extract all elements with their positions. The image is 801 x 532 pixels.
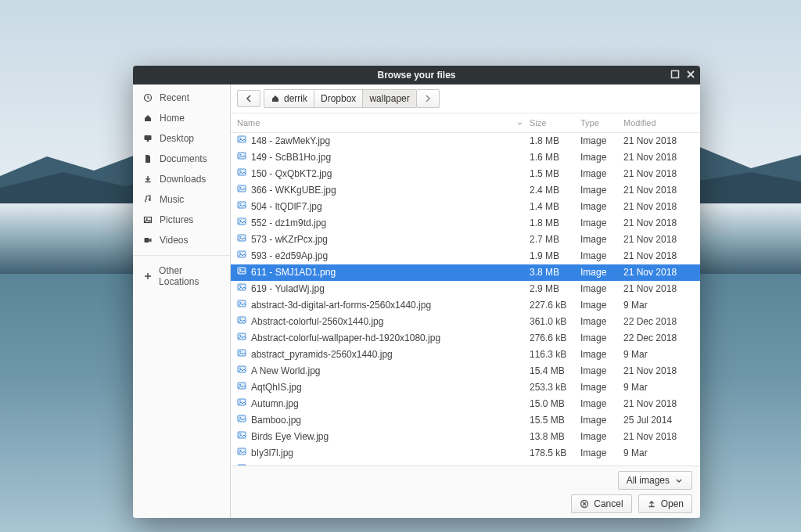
table-row[interactable]: 149 - ScBB1Ho.jpg1.6 MBImage21 Nov 2018 [231, 149, 700, 166]
image-file-icon [237, 315, 251, 329]
table-row[interactable]: 573 - wKZrPcx.jpg2.7 MBImage21 Nov 2018 [231, 232, 700, 248]
file-type: Image [580, 381, 623, 394]
downloads-icon [142, 174, 153, 184]
file-modified: 22 Dec 2018 [623, 332, 694, 345]
file-name: Autumn.jpg [251, 397, 530, 411]
table-row[interactable]: bIy3l7l.jpg178.5 kBImage9 Mar [231, 445, 700, 462]
breadcrumb-label: Dropbox [321, 93, 356, 104]
table-row[interactable]: 611 - SMJ1AD1.png3.8 MBImage21 Nov 2018 [231, 264, 700, 281]
file-type: Image [580, 282, 623, 296]
file-type: Image [580, 167, 623, 181]
close-icon[interactable] [686, 70, 695, 81]
table-row[interactable]: Birds Eye View.jpg13.8 MBImage21 Nov 201… [231, 429, 700, 445]
table-row[interactable]: abstract-3d-digital-art-forms-2560x1440.… [231, 297, 700, 314]
file-size: 2.7 MB [530, 233, 580, 246]
table-row[interactable]: 504 - ltQDlF7.jpg1.4 MBImage21 Nov 2018 [231, 199, 700, 215]
file-type: Image [580, 463, 623, 466]
sidebar-item-documents[interactable]: Documents [133, 149, 230, 169]
sidebar-item-label: Other Locations [159, 265, 221, 287]
svg-point-11 [239, 154, 241, 156]
file-size: 15.5 MB [530, 414, 580, 427]
file-name: Birds Eye View.jpg [251, 430, 530, 444]
sidebar-item-label: Desktop [160, 133, 194, 144]
svg-point-44 [239, 335, 241, 336]
file-size: 1.4 MB [530, 200, 580, 214]
breadcrumb-next[interactable] [416, 89, 440, 108]
table-row[interactable]: Abstract-colorful-wallpaper-hd-1920x1080… [231, 330, 700, 347]
file-size: 1.9 MB [530, 250, 580, 263]
sidebar-item-music[interactable]: Music [133, 189, 230, 210]
sidebar-item-downloads[interactable]: Downloads [133, 169, 230, 189]
file-type: Image [580, 414, 623, 427]
image-file-icon [237, 151, 251, 164]
breadcrumb-segment[interactable]: wallpaper [362, 89, 415, 108]
svg-point-32 [239, 269, 241, 271]
file-size: 1.6 MB [530, 151, 580, 164]
file-size: 227.6 kB [530, 299, 580, 312]
cancel-button[interactable]: Cancel [571, 494, 631, 513]
file-name: abstract_pyramids-2560x1440.jpg [251, 348, 530, 361]
table-row[interactable]: abstract_pyramids-2560x1440.jpg116.3 kBI… [231, 347, 700, 363]
table-row[interactable]: 366 - WKKgUBE.jpg2.4 MBImage21 Nov 2018 [231, 182, 700, 199]
table-row[interactable]: A New World.jpg15.4 MBImage21 Nov 2018 [231, 363, 700, 379]
image-file-icon [237, 414, 251, 427]
table-row[interactable]: AqtQhIS.jpg253.3 kBImage9 Mar [231, 379, 700, 396]
file-name: 148 - 2awMekY.jpg [251, 135, 530, 148]
file-size: 2.4 MB [530, 184, 580, 197]
sidebar-item-recent[interactable]: Recent [133, 88, 230, 108]
file-type: Image [580, 250, 623, 263]
column-modified[interactable]: Modified [623, 118, 694, 128]
column-type[interactable]: Type [580, 118, 623, 128]
sidebar-item-videos[interactable]: Videos [133, 230, 230, 250]
file-modified: 9 Mar [623, 447, 694, 460]
file-modified: 21 Nov 2018 [623, 135, 694, 148]
image-file-icon [237, 200, 251, 214]
file-filter-dropdown[interactable]: All images [618, 471, 692, 490]
file-size: 116.3 kB [530, 348, 580, 361]
table-row[interactable]: 552 - dz1m9td.jpg1.8 MBImage21 Nov 2018 [231, 215, 700, 232]
sidebar-item-label: Videos [160, 235, 188, 246]
maximize-icon[interactable] [670, 70, 680, 81]
file-name: AqtQhIS.jpg [251, 381, 530, 394]
back-button[interactable] [237, 90, 260, 107]
file-modified: 21 Nov 2018 [623, 250, 694, 263]
chevron-right-icon [423, 94, 433, 103]
table-row[interactable]: Abstract-colorful-2560x1440.jpg361.0 kBI… [231, 314, 700, 330]
table-row[interactable]: 619 - YuladWj.jpg2.9 MBImage21 Nov 2018 [231, 281, 700, 297]
column-name-label: Name [237, 118, 260, 128]
column-headers: Name Size Type Modified [231, 113, 700, 133]
file-type: Image [580, 200, 623, 214]
column-size[interactable]: Size [530, 118, 580, 128]
table-row[interactable]: 593 - e2d59Ap.jpg1.9 MBImage21 Nov 2018 [231, 248, 700, 264]
sidebar-item-label: Recent [160, 92, 189, 103]
sidebar-item-pictures[interactable]: Pictures [133, 210, 230, 230]
file-modified: 9 Mar [623, 381, 694, 394]
table-row[interactable]: Autumn.jpg15.0 MBImage21 Nov 2018 [231, 396, 700, 412]
sidebar-item-home[interactable]: Home [133, 108, 230, 128]
svg-rect-5 [145, 238, 149, 243]
file-list[interactable]: 148 - 2awMekY.jpg1.8 MBImage21 Nov 20181… [231, 133, 700, 466]
image-file-icon [237, 167, 251, 181]
file-size: 13.8 MB [530, 430, 580, 444]
table-row[interactable]: 148 - 2awMekY.jpg1.8 MBImage21 Nov 2018 [231, 133, 700, 149]
file-size: 15.4 MB [530, 365, 580, 378]
open-button[interactable]: Open [638, 494, 692, 513]
sidebar-separator [133, 255, 230, 256]
file-modified: 21 Nov 2018 [623, 151, 694, 164]
open-label: Open [661, 498, 684, 509]
file-modified: 21 Nov 2018 [623, 167, 694, 181]
breadcrumb-segment[interactable]: derrik [264, 89, 314, 108]
svg-point-50 [239, 368, 241, 369]
file-name: 573 - wKZrPcx.jpg [251, 233, 530, 246]
sidebar-item-desktop[interactable]: Desktop [133, 128, 230, 149]
svg-point-38 [239, 302, 241, 304]
file-modified: 21 Nov 2018 [623, 463, 694, 466]
table-row[interactable]: Cactus Close Up.jpg10.9 MBImage21 Nov 20… [231, 462, 700, 466]
svg-point-29 [239, 253, 241, 254]
sidebar-item-other-locations[interactable]: Other Locations [133, 261, 230, 292]
table-row[interactable]: Bamboo.jpg15.5 MBImage25 Jul 2014 [231, 412, 700, 429]
breadcrumb-segment[interactable]: Dropbox [314, 89, 362, 108]
file-name: Bamboo.jpg [251, 414, 530, 427]
table-row[interactable]: 150 - QxQbKT2.jpg1.5 MBImage21 Nov 2018 [231, 166, 700, 182]
column-name[interactable]: Name [237, 118, 530, 128]
